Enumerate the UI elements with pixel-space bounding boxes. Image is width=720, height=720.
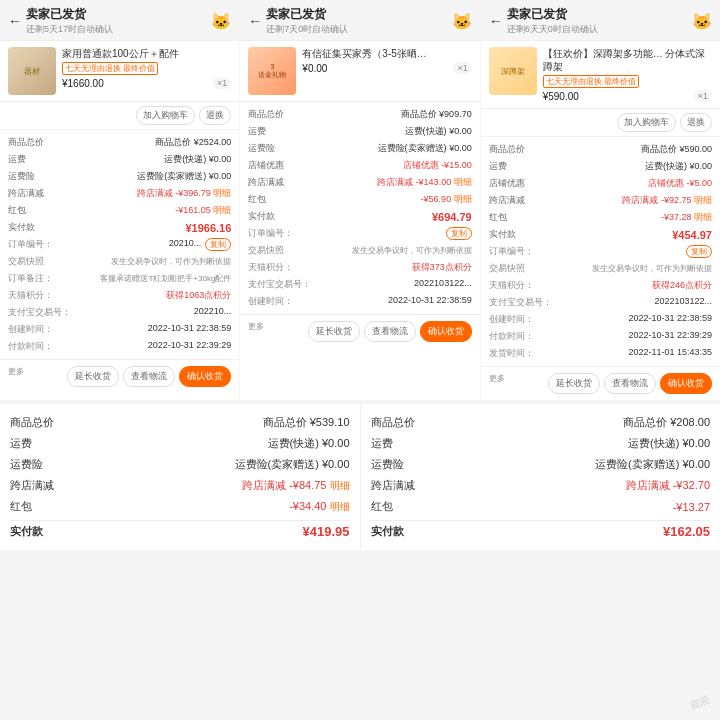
confirm-btn-2[interactable]: 确认收货 bbox=[420, 321, 472, 342]
goods-total-label-3: 商品总价 bbox=[489, 143, 525, 156]
coupon-value-3: -¥37.28 明细 bbox=[661, 211, 712, 224]
create-label-1: 创建时间： bbox=[8, 323, 53, 336]
product-price-2: ¥0.00 bbox=[302, 63, 327, 74]
tmall-icon-1: 🐱 bbox=[211, 12, 231, 31]
bottom-actions-3: 更多 延长收货 查看物流 确认收货 bbox=[481, 366, 720, 400]
actual-label-2: 实付款 bbox=[248, 210, 275, 223]
coupon-value-2: -¥56.90 明细 bbox=[421, 193, 472, 206]
snapshot-label-2[interactable]: 交易快照 bbox=[248, 244, 284, 257]
goods-total-value-3: 商品总价 ¥590.00 bbox=[641, 143, 712, 156]
store-discount-value-2: 店铺优惠 -¥15.00 bbox=[403, 159, 472, 172]
order-no-label-1: 订单编号： bbox=[8, 238, 53, 251]
more-label-3: 更多 bbox=[489, 373, 544, 394]
insurance-label-1: 运费险 bbox=[8, 170, 35, 183]
return-btn-3[interactable]: 退换 bbox=[680, 113, 712, 132]
top-orders-section: ← 卖家已发货 还剩5天17时自动确认 🐱 器材 家用普通款100公斤＋配件 七… bbox=[0, 0, 720, 400]
copy-btn-2[interactable]: 复制 bbox=[446, 227, 472, 240]
s2-freight-value: 运费(快递) ¥0.00 bbox=[628, 436, 710, 451]
insurance-label-2: 运费险 bbox=[248, 142, 275, 155]
ship-label-3: 发货时间： bbox=[489, 347, 534, 360]
add-cart-btn-3[interactable]: 加入购物车 bbox=[617, 113, 676, 132]
cross-discount-label-3: 跨店满减 bbox=[489, 194, 525, 207]
points-value-1: 获得1063点积分 bbox=[166, 289, 231, 302]
extend-btn-3[interactable]: 延长收货 bbox=[548, 373, 600, 394]
order-details-3: 商品总价 商品总价 ¥590.00 运费 运费(快递) ¥0.00 店铺优惠 店… bbox=[481, 137, 720, 366]
bottom-actions-2: 更多 延长收货 查看物流 确认收货 bbox=[240, 314, 479, 348]
actual-label-3: 实付款 bbox=[489, 228, 516, 241]
cross-discount-value-1: 跨店满减 -¥396.79 明细 bbox=[137, 187, 232, 200]
order-card-1: ← 卖家已发货 还剩5天17时自动确认 🐱 器材 家用普通款100公斤＋配件 七… bbox=[0, 0, 239, 400]
freight-label-3: 运费 bbox=[489, 160, 507, 173]
s2-insurance-label: 运费险 bbox=[371, 457, 404, 472]
snapshot-label-3[interactable]: 交易快照 bbox=[489, 262, 525, 275]
extend-btn-2[interactable]: 延长收货 bbox=[308, 321, 360, 342]
s1-actual-value: ¥419.95 bbox=[303, 524, 350, 539]
points-value-3: 获得246点积分 bbox=[652, 279, 712, 292]
goods-total-value-1: 商品总价 ¥2524.00 bbox=[155, 136, 231, 149]
confirm-btn-3[interactable]: 确认收货 bbox=[660, 373, 712, 394]
logistics-btn-1[interactable]: 查看物流 bbox=[123, 366, 175, 387]
product-qty-3: ×1 bbox=[694, 90, 712, 102]
extend-btn-1[interactable]: 延长收货 bbox=[67, 366, 119, 387]
s2-goods-label: 商品总价 bbox=[371, 415, 415, 430]
order-status-3: 卖家已发货 bbox=[507, 6, 598, 23]
logistics-btn-3[interactable]: 查看物流 bbox=[604, 373, 656, 394]
goods-total-label-2: 商品总价 bbox=[248, 108, 284, 121]
summary-card-2: 商品总价 商品总价 ¥208.00 运费 运费(快递) ¥0.00 运费险 运费… bbox=[361, 404, 721, 550]
product-row-2: 3送金礼物 有信征集买家秀（3-5张晒… ¥0.00 ×1 bbox=[240, 41, 479, 102]
s2-coupon-label: 红包 bbox=[371, 499, 393, 514]
cross-discount-label-2: 跨店满减 bbox=[248, 176, 284, 189]
order-countdown-1: 还剩5天17时自动确认 bbox=[26, 23, 113, 36]
order-header-2: ← 卖家已发货 还剩7天0时自动确认 🐱 bbox=[240, 0, 479, 41]
note-label-1: 订单备注： bbox=[8, 272, 53, 285]
return-btn-1[interactable]: 退换 bbox=[199, 106, 231, 125]
snapshot-note-3: 发生交易争议时，可作为判断依据 bbox=[525, 262, 712, 275]
s2-coupon-value: -¥13.27 bbox=[673, 501, 710, 513]
snapshot-label-1[interactable]: 交易快照 bbox=[8, 255, 44, 268]
product-image-2: 3送金礼物 bbox=[248, 47, 296, 95]
alipay-label-3: 支付宝交易号： bbox=[489, 296, 552, 309]
insurance-value-1: 运费险(卖家赠送) ¥0.00 bbox=[137, 170, 231, 183]
add-cart-btn-1[interactable]: 加入购物车 bbox=[136, 106, 195, 125]
freight-value-1: 运费(快递) ¥0.00 bbox=[164, 153, 231, 166]
freight-value-3: 运费(快递) ¥0.00 bbox=[645, 160, 712, 173]
product-row-3: 深蹲架 【狂欢价】深蹲架多功能… 分体式深蹲架 七天无理由退换 最终价值 ¥59… bbox=[481, 41, 720, 109]
logistics-btn-2[interactable]: 查看物流 bbox=[364, 321, 416, 342]
create-label-2: 创建时间： bbox=[248, 295, 293, 308]
s1-freight-label: 运费 bbox=[10, 436, 32, 451]
cross-discount-value-2: 跨店满减 -¥143.00 明细 bbox=[377, 176, 472, 189]
freight-label-2: 运费 bbox=[248, 125, 266, 138]
s1-coupon-label: 红包 bbox=[10, 499, 32, 514]
back-icon-1[interactable]: ← bbox=[8, 13, 22, 29]
order-details-1: 商品总价 商品总价 ¥2524.00 运费 运费(快递) ¥0.00 运费险 运… bbox=[0, 130, 239, 359]
order-no-label-3: 订单编号： bbox=[489, 245, 534, 258]
confirm-btn-1[interactable]: 确认收货 bbox=[179, 366, 231, 387]
product-qty-1: ×1 bbox=[213, 77, 231, 89]
product-price-3: ¥590.00 bbox=[543, 91, 579, 102]
freight-label-1: 运费 bbox=[8, 153, 26, 166]
s2-actual-label: 实付款 bbox=[371, 524, 404, 539]
snapshot-note-2: 发生交易争议时，可作为判断依据 bbox=[284, 244, 471, 257]
actual-value-2: ¥694.79 bbox=[432, 211, 472, 223]
order-header-3: ← 卖家已发货 还剩6天天0时自动确认 🐱 bbox=[481, 0, 720, 41]
copy-btn-1[interactable]: 复制 bbox=[205, 238, 231, 251]
s2-cross-label: 跨店满减 bbox=[371, 478, 415, 493]
copy-btn-3[interactable]: 复制 bbox=[686, 245, 712, 258]
ship-value-3: 2022-11-01 15:43:35 bbox=[534, 347, 712, 360]
pay-value-3: 2022-10-31 22:39:29 bbox=[534, 330, 712, 343]
back-icon-2[interactable]: ← bbox=[248, 13, 262, 29]
product-row-1: 器材 家用普通款100公斤＋配件 七天无理由退换 最终价值 ¥1660.00 ×… bbox=[0, 41, 239, 102]
order-card-2: ← 卖家已发货 还剩7天0时自动确认 🐱 3送金礼物 有信征集买家秀（3-5张晒… bbox=[240, 0, 479, 400]
cross-discount-value-3: 跨店满减 -¥92.75 明细 bbox=[622, 194, 712, 207]
back-icon-3[interactable]: ← bbox=[489, 13, 503, 29]
product-price-1: ¥1660.00 bbox=[62, 78, 104, 89]
action-row-3: 加入购物车 退换 bbox=[481, 109, 720, 137]
s1-insurance-label: 运费险 bbox=[10, 457, 43, 472]
bottom-actions-1: 更多 延长收货 查看物流 确认收货 bbox=[0, 359, 239, 393]
product-name-2: 有信征集买家秀（3-5张晒… bbox=[302, 47, 471, 60]
freight-value-2: 运费(快递) ¥0.00 bbox=[405, 125, 472, 138]
s2-actual-value: ¥162.05 bbox=[663, 524, 710, 539]
note-value-1: 客服承诺赠送T杠划船把手+30kg配件 bbox=[53, 272, 231, 285]
alipay-value-1: 202210... bbox=[71, 306, 231, 319]
order-card-3: ← 卖家已发货 还剩6天天0时自动确认 🐱 深蹲架 【狂欢价】深蹲架多功能… 分… bbox=[481, 0, 720, 400]
